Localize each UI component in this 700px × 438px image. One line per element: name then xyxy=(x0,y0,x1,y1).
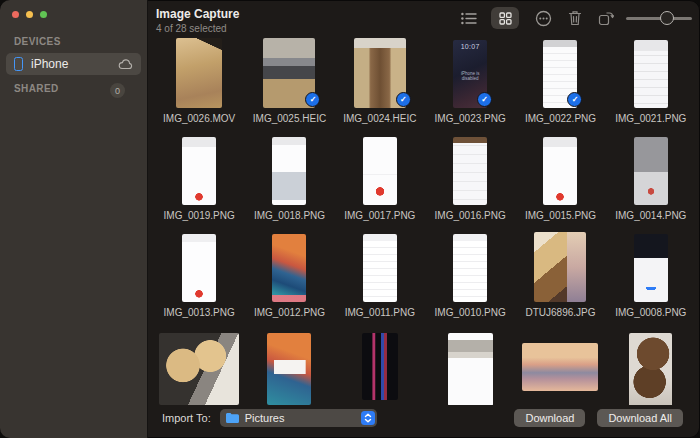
more-options-icon[interactable] xyxy=(535,10,552,27)
photo-filename: IMG_0022.PNG xyxy=(525,113,596,124)
content-header: Image Capture 4 of 28 selected xyxy=(148,0,700,36)
selected-checkmark-icon: ✓ xyxy=(305,92,320,107)
thumbnail-wrap: ✓ xyxy=(515,38,605,108)
sidebar: DEVICES iPhone SHARED 0 xyxy=(0,0,148,438)
photo-filename: IMG_0018.PNG xyxy=(254,210,325,221)
photo-filename: IMG_0016.PNG xyxy=(435,210,506,221)
photo-item[interactable] xyxy=(425,329,515,405)
thumbnail-wrap xyxy=(606,135,696,205)
photo-item[interactable] xyxy=(154,329,244,405)
photo-filename: IMG_0023.PNG xyxy=(435,113,506,124)
thumbnail-wrap xyxy=(515,135,605,205)
select-chevrons-icon xyxy=(361,411,375,425)
photo-filename: IMG_0024.HEIC xyxy=(343,113,416,124)
thumbnail-wrap xyxy=(244,135,334,205)
thumbnail-wrap xyxy=(515,232,605,302)
photo-thumbnail xyxy=(634,234,668,302)
photo-item[interactable] xyxy=(244,329,334,405)
selected-checkmark-icon: ✓ xyxy=(396,92,411,107)
trash-icon[interactable] xyxy=(568,10,582,26)
photo-filename: IMG_0019.PNG xyxy=(164,210,235,221)
iphone-icon xyxy=(14,57,23,71)
traffic-lights xyxy=(12,11,47,18)
photo-item[interactable]: IMG_0018.PNG xyxy=(244,135,334,232)
zoom-button[interactable] xyxy=(40,11,47,18)
import-destination-select[interactable]: Pictures xyxy=(220,409,377,427)
photo-item[interactable]: IMG_0012.PNG xyxy=(244,232,334,329)
thumbnail-wrap xyxy=(335,135,425,205)
list-view-icon[interactable] xyxy=(461,12,477,25)
photo-thumbnail xyxy=(543,137,577,205)
photo-item[interactable] xyxy=(335,329,425,405)
photo-item[interactable]: IMG_0026.MOV xyxy=(154,38,244,135)
selected-checkmark-icon: ✓ xyxy=(567,92,582,107)
photo-thumbnail xyxy=(534,232,586,302)
photo-item[interactable]: IMG_0015.PNG xyxy=(515,135,605,232)
photo-item[interactable]: IMG_0016.PNG xyxy=(425,135,515,232)
thumbnail-wrap xyxy=(244,329,334,405)
selected-checkmark-icon: ✓ xyxy=(477,92,492,107)
thumbnail-zoom-slider[interactable] xyxy=(626,7,692,29)
photo-item[interactable]: IMG_0010.PNG xyxy=(425,232,515,329)
thumbnail-wrap xyxy=(244,232,334,302)
photo-item[interactable]: IMG_0011.PNG xyxy=(335,232,425,329)
photo-filename: IMG_0025.HEIC xyxy=(253,113,326,124)
shared-section-header[interactable]: SHARED xyxy=(0,83,73,98)
sidebar-item-iphone[interactable]: iPhone xyxy=(6,53,141,75)
photo-thumbnail xyxy=(448,333,493,405)
photo-thumbnail xyxy=(267,333,311,405)
photo-thumbnail xyxy=(272,137,306,205)
photo-filename: IMG_0015.PNG xyxy=(525,210,596,221)
photo-item[interactable]: IMG_0013.PNG xyxy=(154,232,244,329)
thumbnail-wrap xyxy=(425,135,515,205)
photo-filename: IMG_0011.PNG xyxy=(345,307,415,318)
slider-knob[interactable] xyxy=(660,11,674,25)
thumbnail-wrap xyxy=(335,232,425,302)
thumbnail-wrap xyxy=(154,329,244,405)
photo-item[interactable]: IMG_0019.PNG xyxy=(154,135,244,232)
cloud-icon[interactable] xyxy=(118,59,133,70)
thumbnail-wrap xyxy=(425,232,515,302)
thumbnail-wrap: ✓ xyxy=(335,38,425,108)
thumbnail-wrap xyxy=(335,329,425,405)
photo-item[interactable]: ✓ IMG_0024.HEIC xyxy=(335,38,425,135)
destination-label: Pictures xyxy=(245,412,361,424)
photo-thumbnail: ✓ xyxy=(263,38,315,108)
thumbnail-wrap xyxy=(425,329,515,405)
photo-filename: DTUJ6896.JPG xyxy=(525,307,595,318)
slider-track[interactable] xyxy=(626,17,692,20)
download-all-button[interactable]: Download All xyxy=(597,409,683,427)
thumbnail-wrap: 10:07iPhone is disabled✓ xyxy=(425,38,515,108)
photo-filename: IMG_0010.PNG xyxy=(435,307,506,318)
shared-count-badge: 0 xyxy=(110,83,125,98)
photo-thumbnail xyxy=(272,234,306,302)
photo-item[interactable]: 10:07iPhone is disabled✓ IMG_0023.PNG xyxy=(425,38,515,135)
photo-item[interactable]: DTUJ6896.JPG xyxy=(515,232,605,329)
photo-filename: IMG_0014.PNG xyxy=(615,210,686,221)
rotate-icon[interactable] xyxy=(598,11,614,26)
grid-view-button-active[interactable] xyxy=(491,7,519,29)
photo-thumbnail xyxy=(363,234,397,302)
photo-item[interactable]: IMG_0008.PNG xyxy=(606,232,696,329)
photo-filename: IMG_0012.PNG xyxy=(254,307,325,318)
folder-icon xyxy=(226,413,239,423)
photo-item[interactable]: IMG_0014.PNG xyxy=(606,135,696,232)
photo-filename: IMG_0013.PNG xyxy=(164,307,235,318)
photo-item[interactable] xyxy=(606,329,696,405)
thumbnail-wrap xyxy=(154,135,244,205)
download-button[interactable]: Download xyxy=(514,409,585,427)
photo-item[interactable]: IMG_0021.PNG xyxy=(606,38,696,135)
lockscreen-caption: iPhone is disabled xyxy=(453,71,487,81)
thumbnail-wrap xyxy=(154,232,244,302)
photo-item[interactable]: ✓ IMG_0025.HEIC xyxy=(244,38,334,135)
minimize-button[interactable] xyxy=(26,11,33,18)
photo-thumbnail xyxy=(159,333,239,405)
photo-item[interactable] xyxy=(515,329,605,405)
photo-item[interactable]: ✓ IMG_0022.PNG xyxy=(515,38,605,135)
photo-grid: IMG_0026.MOV ✓ IMG_0025.HEIC ✓ IMG_0024.… xyxy=(148,36,700,405)
import-to-label: Import To: xyxy=(162,412,211,424)
photo-item[interactable]: IMG_0017.PNG xyxy=(335,135,425,232)
photo-filename: IMG_0026.MOV xyxy=(163,113,235,124)
thumbnail-wrap xyxy=(154,38,244,108)
close-button[interactable] xyxy=(12,11,19,18)
